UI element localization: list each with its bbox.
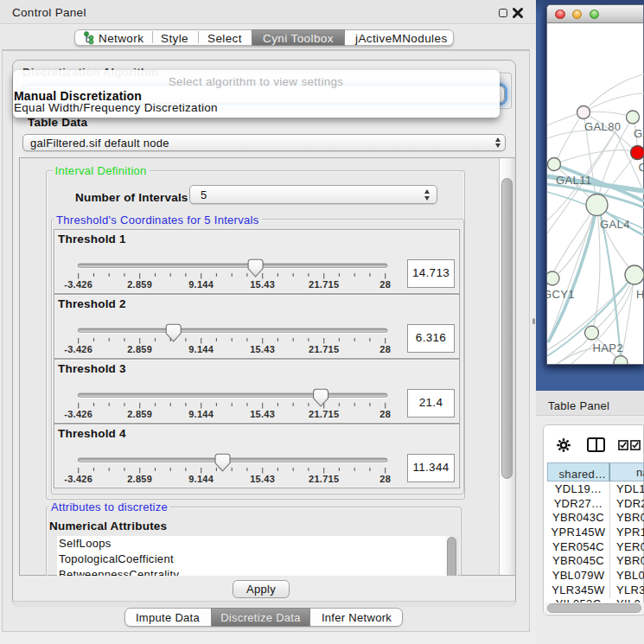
svg-text:9.144: 9.144 xyxy=(188,279,214,290)
svg-text:15.43: 15.43 xyxy=(250,474,275,484)
svg-text:C: C xyxy=(639,161,644,174)
svg-text:21.715: 21.715 xyxy=(309,344,339,354)
svg-text:21.715: 21.715 xyxy=(309,474,339,484)
svg-text:-3.426: -3.426 xyxy=(64,409,92,419)
svg-text:9.144: 9.144 xyxy=(188,409,214,419)
svg-text:HAP2: HAP2 xyxy=(593,341,624,354)
svg-text:2.859: 2.859 xyxy=(127,474,152,484)
svg-text:21.715: 21.715 xyxy=(309,409,339,419)
svg-text:-3.426: -3.426 xyxy=(64,279,92,290)
svg-text:28: 28 xyxy=(379,474,391,484)
svg-text:GCY1: GCY1 xyxy=(547,288,575,301)
svg-text:9.144: 9.144 xyxy=(188,474,214,484)
svg-text:GA: GA xyxy=(634,127,644,140)
svg-text:28: 28 xyxy=(379,409,391,419)
svg-text:GAL4: GAL4 xyxy=(600,218,630,231)
svg-text:21.715: 21.715 xyxy=(309,279,339,290)
svg-text:9.144: 9.144 xyxy=(188,344,214,354)
svg-text:2.859: 2.859 xyxy=(127,279,152,290)
svg-text:15.43: 15.43 xyxy=(250,344,275,354)
svg-text:28: 28 xyxy=(379,279,391,290)
svg-text:-3.426: -3.426 xyxy=(64,474,92,484)
svg-text:15.43: 15.43 xyxy=(250,279,275,290)
svg-text:2.859: 2.859 xyxy=(127,344,152,354)
svg-text:28: 28 xyxy=(379,344,391,354)
svg-text:15.43: 15.43 xyxy=(250,409,275,419)
svg-text:2.859: 2.859 xyxy=(127,409,152,419)
svg-text:GAL11: GAL11 xyxy=(556,174,592,187)
svg-text:H: H xyxy=(636,288,644,301)
svg-text:-3.426: -3.426 xyxy=(64,344,92,354)
svg-text:GAL80: GAL80 xyxy=(584,120,621,133)
